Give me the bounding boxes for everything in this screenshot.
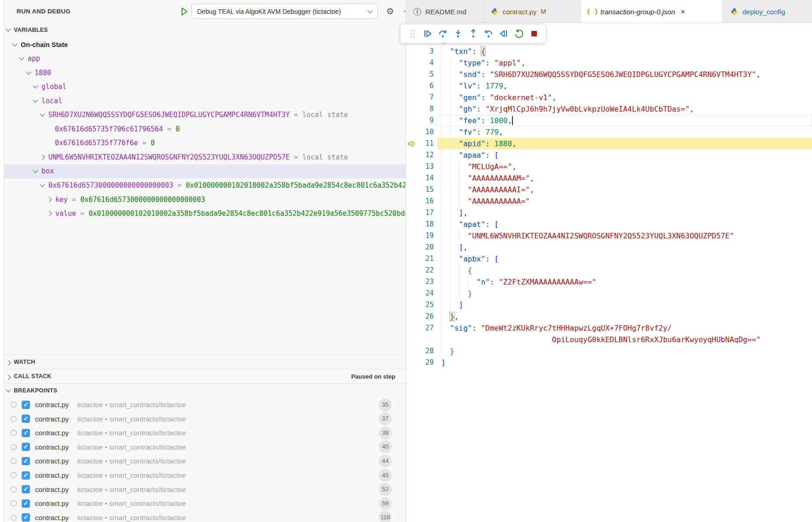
chevron-right-icon[interactable] bbox=[47, 197, 52, 202]
step-over-button[interactable] bbox=[435, 27, 450, 41]
code-content[interactable]: "gh": "XrjqMlCpJ6h9h7jyVw0bLvkpzUoWeIA4L… bbox=[437, 103, 812, 115]
code-line-17[interactable]: 17 ], bbox=[406, 207, 812, 219]
chevron-down-icon[interactable] bbox=[33, 168, 38, 173]
code-content[interactable]: "lv": 1779, bbox=[437, 80, 812, 92]
start-debug-button[interactable] bbox=[179, 6, 190, 17]
editor-pane[interactable]: 2{3 "txn": {4 "type": "appl",5 "snd": "S… bbox=[406, 23, 812, 522]
chevron-down-icon[interactable] bbox=[12, 41, 17, 46]
code-content[interactable]: ], bbox=[437, 207, 812, 219]
code-line-28[interactable]: 28 } bbox=[406, 345, 812, 357]
stop-button[interactable] bbox=[526, 27, 541, 41]
breakpoint-checkbox[interactable]: ✓ bbox=[22, 471, 30, 480]
paused-line-highlight[interactable]: "apid": 1880, bbox=[437, 138, 812, 149]
chevron-down-icon[interactable] bbox=[19, 55, 24, 60]
code-line-3[interactable]: 3 "txn": { bbox=[406, 46, 812, 57]
code-content[interactable]: { bbox=[437, 265, 812, 276]
code-line-5[interactable]: 5 "snd": "SRH6D7XU2N6WQQ5SSYDQFG5ESO6JWE… bbox=[406, 69, 812, 80]
glyph-margin[interactable] bbox=[406, 207, 418, 219]
code-content[interactable]: ], bbox=[437, 242, 812, 253]
code-line-12[interactable]: 12 "apaa": [ bbox=[406, 149, 812, 161]
code-content[interactable]: }, bbox=[437, 311, 812, 322]
breakpoint-row[interactable]: ✓contract.pytictactoe • smart_contracts/… bbox=[4, 397, 406, 412]
code-line-29[interactable]: 29] bbox=[406, 357, 812, 368]
chevron-down-icon[interactable] bbox=[26, 69, 31, 74]
tree-item-hex-6[interactable]: 0x67616d65735f706c61796564 = 0 bbox=[4, 122, 448, 136]
glyph-margin[interactable] bbox=[406, 288, 418, 299]
tab-contract-py[interactable]: contract.pyM bbox=[483, 0, 581, 23]
glyph-margin[interactable] bbox=[406, 357, 418, 368]
glyph-margin[interactable] bbox=[406, 253, 418, 265]
code-content[interactable]: } bbox=[437, 288, 812, 299]
glyph-margin[interactable] bbox=[406, 126, 418, 138]
breakpoint-checkbox[interactable]: ✓ bbox=[22, 513, 30, 522]
code-content[interactable]: "n": "Z2FtZXMAAAAAAAAAAw==" bbox=[437, 276, 812, 288]
code-content[interactable]: "fv": 779, bbox=[437, 126, 812, 138]
step-out-button[interactable] bbox=[465, 27, 481, 41]
code-line-19[interactable]: 19 "UNML6W5NVHRIKTEOZAA4NI2SWQROSGNFNY2Q… bbox=[406, 230, 812, 242]
glyph-margin[interactable] bbox=[406, 299, 418, 311]
variables-section-header[interactable]: VARIABLES bbox=[0, 23, 406, 37]
code-line-18[interactable]: 18 "apat": [ bbox=[406, 219, 812, 230]
code-line-11[interactable]: 11 "apid": 1880, bbox=[406, 138, 812, 149]
restart-button[interactable] bbox=[511, 27, 526, 41]
tab-readme-md[interactable]: iREADME.md bbox=[406, 0, 483, 23]
code-content[interactable]: "UNML6W5NVHRIKTEOZAA4NI2SWQROSGNFNY2QS52… bbox=[437, 230, 812, 242]
code-content[interactable]: "apat": [ bbox=[437, 219, 812, 230]
breakpoint-row[interactable]: ✓contract.pytictactoe • smart_contracts/… bbox=[4, 482, 406, 497]
code-content[interactable]: "AAAAAAAAAAA=" bbox=[437, 196, 812, 207]
code-content[interactable]: } bbox=[437, 345, 812, 357]
code-content[interactable]: ] bbox=[437, 357, 812, 368]
code-line-13[interactable]: 13 "MCLUgA==", bbox=[406, 161, 812, 172]
code-line-21[interactable]: 21 "apbx": [ bbox=[406, 253, 812, 265]
tree-item-0x67616d65735f776f6e[interactable]: 0x67616d65735f776f6e = 0 bbox=[4, 136, 448, 150]
tab-deploy-config[interactable]: deploy_config bbox=[723, 0, 812, 23]
glyph-margin[interactable] bbox=[406, 196, 418, 207]
code-content[interactable]: "apbx": [ bbox=[437, 253, 812, 265]
glyph-margin[interactable] bbox=[406, 69, 418, 80]
close-icon[interactable]: × bbox=[681, 8, 685, 16]
glyph-margin[interactable] bbox=[406, 46, 418, 57]
reverse-continue-button[interactable] bbox=[496, 27, 511, 41]
tree-item-hex-8[interactable]: UNML6W5NVHRIKTEOZAA4NI2SWQROSGNFNY2QS523… bbox=[4, 150, 441, 164]
code-content[interactable]: "AAAAAAAAAAM=", bbox=[437, 172, 812, 184]
step-into-button[interactable] bbox=[450, 27, 465, 41]
glyph-margin[interactable] bbox=[406, 115, 418, 126]
tree-item-global[interactable]: global bbox=[4, 80, 434, 94]
continue-button[interactable] bbox=[420, 27, 435, 41]
breakpoint-checkbox[interactable]: ✓ bbox=[22, 499, 30, 508]
glyph-margin[interactable] bbox=[406, 172, 418, 184]
glyph-margin[interactable] bbox=[406, 334, 418, 345]
code-content[interactable]: "fee": 1000, bbox=[437, 115, 812, 126]
breakpoint-row[interactable]: ✓contract.pytictactoe • smart_contracts/… bbox=[4, 510, 406, 522]
breakpoint-row[interactable]: ✓contract.pytictactoe • smart_contracts/… bbox=[4, 468, 406, 482]
glyph-margin[interactable] bbox=[406, 345, 418, 357]
breakpoint-checkbox[interactable]: ✓ bbox=[22, 415, 30, 423]
breakpoints-section-header[interactable]: BREAKPOINTS bbox=[0, 383, 406, 397]
chevron-down-icon[interactable] bbox=[33, 97, 38, 102]
code-line-14[interactable]: 14 "AAAAAAAAAAM=", bbox=[406, 172, 812, 184]
code-line-25[interactable]: 25 ] bbox=[406, 299, 812, 311]
tree-item-value[interactable]: value = 0x010000000102010002a358bf5bada9… bbox=[4, 207, 448, 221]
watch-section-header[interactable]: WATCH bbox=[0, 355, 406, 369]
debug-config-dropdown[interactable]: Debug TEAL via AlgoKit AVM Debugger (tic… bbox=[191, 4, 378, 19]
breakpoint-checkbox[interactable]: ✓ bbox=[22, 485, 30, 493]
glyph-margin[interactable] bbox=[406, 103, 418, 115]
code-content[interactable]: "sig": "DmeWt2zKUkRryc7tHHHapwzLgqUX+7FO… bbox=[437, 322, 812, 334]
glyph-margin[interactable] bbox=[406, 265, 418, 276]
breakpoint-row[interactable]: ✓contract.pytictactoe • smart_contracts/… bbox=[4, 426, 406, 440]
code-line-26[interactable]: 26 }, bbox=[406, 311, 812, 322]
breakpoint-checkbox[interactable]: ✓ bbox=[22, 457, 30, 465]
breakpoint-checkbox[interactable]: ✓ bbox=[22, 429, 30, 437]
glyph-margin[interactable] bbox=[406, 311, 418, 322]
code-line-20[interactable]: 20 ], bbox=[406, 242, 812, 253]
tree-item-local[interactable]: local bbox=[4, 94, 434, 108]
breakpoint-checkbox[interactable]: ✓ bbox=[22, 401, 30, 409]
drag-handle[interactable] bbox=[405, 27, 420, 41]
code-line-22[interactable]: 22 { bbox=[406, 265, 812, 276]
tab-transaction-group-0-json[interactable]: { }transaction-group-0.json× bbox=[581, 0, 723, 23]
code-line-wrap[interactable]: OpiLouqyG0kkEDLBNlsr6RxXJbu6arKwyoyqHUbN… bbox=[406, 334, 812, 345]
tree-item-key[interactable]: key = 0x67616d6573000000000000000003 bbox=[4, 192, 448, 207]
breakpoint-checkbox[interactable]: ✓ bbox=[22, 443, 30, 451]
code-content[interactable]: "apaa": [ bbox=[437, 149, 812, 161]
glyph-margin[interactable] bbox=[406, 219, 418, 230]
